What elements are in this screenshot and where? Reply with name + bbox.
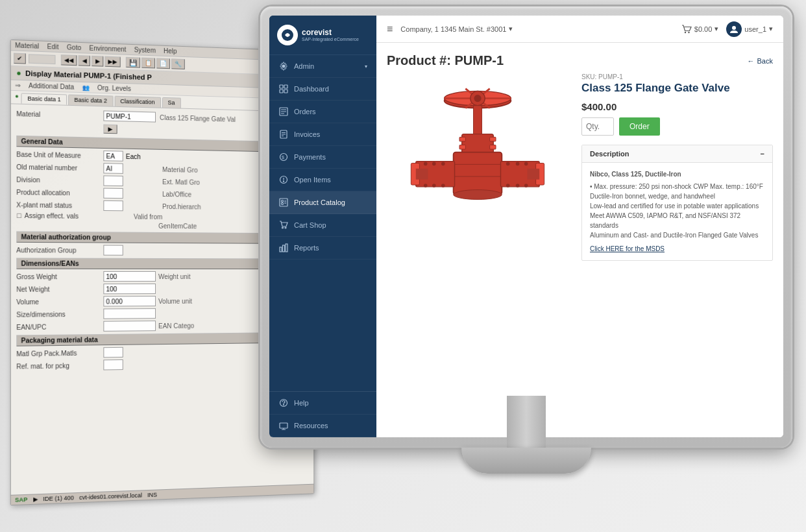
toolbar-nav-prev[interactable]: ◀◀ [61, 54, 77, 66]
toolbar-nav-back[interactable]: ◀ [79, 55, 90, 66]
tab-classification[interactable]: Classification [114, 96, 160, 108]
svg-rect-67 [528, 168, 540, 179]
menu-edit[interactable]: Edit [47, 43, 59, 51]
matl-grp-label: Material Gro [162, 165, 198, 173]
matl-grp-pack-input[interactable] [103, 347, 123, 358]
cart-button[interactable]: $0.00 ▾ [681, 25, 719, 34]
svg-rect-50 [490, 137, 496, 141]
toolbar-nav-last[interactable]: ▶▶ [104, 56, 120, 67]
product-details: SKU: PUMP-1 Class 125 Flange Gate Valve … [581, 73, 773, 261]
sidebar-item-payments[interactable]: $ Payments [269, 146, 376, 169]
sap-title: Display Material PUMP-1 (Finished P [25, 69, 152, 82]
size-input[interactable] [103, 308, 156, 319]
quantity-input[interactable] [581, 117, 614, 136]
sidebar-item-cart-shop[interactable]: Cart Shop [269, 214, 376, 237]
sidebar-item-invoices[interactable]: Invoices [269, 123, 376, 146]
toolbar-check[interactable]: ✔ [14, 53, 26, 64]
nav-additional-data[interactable]: Additional Data [29, 82, 74, 90]
auth-grp-input[interactable] [103, 245, 123, 256]
user-button[interactable]: user_1 ▾ [726, 21, 773, 37]
svg-rect-26 [280, 247, 282, 252]
volume-label: Volume [16, 298, 103, 306]
toolbar-save[interactable]: 💾 [126, 57, 140, 68]
toolbar-shortcut2[interactable]: 📄 [156, 58, 170, 69]
menu-help[interactable]: Help [164, 47, 177, 55]
sidebar-item-product-catalog[interactable]: Product Catalog [269, 191, 376, 214]
svg-rect-52 [490, 145, 496, 149]
product-image [393, 77, 562, 258]
ean-input[interactable] [103, 320, 156, 332]
menu-material[interactable]: Material [15, 42, 39, 50]
sidebar-item-reports[interactable]: Reports [269, 237, 376, 260]
tab-sales[interactable]: Sa [162, 97, 181, 108]
company-chevron-icon[interactable]: ▾ [509, 25, 513, 33]
company-info: Company, 1 1345 Main St. #3001 ▾ [400, 25, 513, 33]
svg-point-36 [732, 26, 736, 30]
svg-rect-19 [280, 199, 287, 206]
tab-basic-data-2[interactable]: Basic data 2 [68, 95, 113, 106]
volume-input[interactable] [103, 296, 156, 306]
sidebar-item-orders[interactable]: Orders [269, 101, 376, 123]
menu-system[interactable]: System [134, 46, 156, 54]
collapse-icon[interactable]: − [761, 150, 764, 158]
ean-categ-label: EAN Catego [158, 322, 194, 329]
svg-point-73 [524, 184, 528, 187]
toolbar-nav-fwd[interactable]: ▶ [92, 56, 103, 67]
sidebar-admin-label: Admin [294, 62, 314, 70]
sap-play[interactable]: ▶ [33, 496, 38, 502]
product-name: Class 125 Flange Gate Valve [581, 82, 773, 95]
prod-alloc-label: Product allocation [16, 188, 103, 197]
net-wt-label: Net Weight [16, 285, 103, 293]
gross-wt-input[interactable] [103, 271, 156, 282]
sidebar-orders-label: Orders [294, 108, 316, 115]
sidebar-item-resources[interactable]: Resources [269, 415, 376, 437]
ref-mat-input[interactable] [103, 359, 123, 370]
matl-grp-pack-label: Matl Grp Pack.Matls [16, 349, 103, 357]
sidebar-item-admin[interactable]: Admin ▾ [269, 55, 376, 78]
tab-basic-data-1[interactable]: Basic data 1 [21, 93, 67, 104]
nav-org-levels[interactable]: Org. Levels [97, 84, 131, 93]
toolbar-shortcut1[interactable]: 📋 [141, 58, 155, 69]
menu-goto[interactable]: Goto [67, 43, 81, 51]
svg-point-1 [282, 65, 286, 68]
ecom-topbar: ≡ Company, 1 1345 Main St. #3001 ▾ [376, 16, 783, 43]
material-search-btn[interactable]: ▶ [103, 125, 117, 134]
net-wt-input[interactable] [103, 284, 156, 294]
toolbar-field[interactable] [29, 54, 56, 64]
xplant-input[interactable] [103, 200, 123, 211]
sap-logo: SAP [15, 496, 27, 503]
svg-point-46 [474, 95, 481, 102]
toolbar-shortcut3[interactable]: 🔧 [171, 58, 185, 69]
assign-checkbox[interactable]: ☐ [16, 212, 21, 219]
back-link[interactable]: ← Back [748, 57, 773, 65]
base-uom-input[interactable] [103, 151, 123, 162]
weight-unit-label: Weight unit [158, 272, 191, 280]
open-items-icon [278, 175, 289, 185]
company-name: Company, 1 1345 Main St. #3001 [400, 25, 506, 33]
desc-subtitle: Nibco, Class 125, Ductile-Iron [590, 169, 764, 179]
svg-rect-51 [459, 145, 465, 149]
old-matl-input[interactable] [103, 163, 123, 174]
empty-label-1 [16, 225, 103, 226]
division-input[interactable] [103, 175, 123, 186]
topbar-right: $0.00 ▾ [681, 21, 773, 37]
material-input[interactable] [103, 110, 156, 122]
svg-point-68 [506, 162, 510, 165]
sidebar-item-open-items[interactable]: Open Items [269, 169, 376, 191]
menu-environment[interactable]: Environment [89, 45, 126, 53]
hamburger-icon[interactable]: ≡ [387, 23, 393, 35]
msds-link[interactable]: Click HERE for the MSDS [590, 244, 764, 254]
svg-rect-53 [454, 152, 502, 194]
svg-point-59 [424, 162, 428, 165]
order-button[interactable]: Order [619, 117, 660, 136]
sidebar-product-catalog-label: Product Catalog [294, 199, 345, 206]
ref-mat-label: Ref. mat. for pckg [16, 361, 103, 370]
svg-point-72 [524, 162, 528, 165]
sidebar-item-help[interactable]: Help [269, 392, 376, 415]
sidebar-item-dashboard[interactable]: Dashboard [269, 78, 376, 101]
sap-ide: IDE (1) 400 [43, 494, 74, 502]
svg-point-23 [282, 203, 284, 205]
lab-office-label: Lab/Office [162, 190, 191, 198]
sap-server: cvt-ides01.corevist.local [79, 492, 142, 501]
prod-alloc-input[interactable] [103, 188, 123, 199]
